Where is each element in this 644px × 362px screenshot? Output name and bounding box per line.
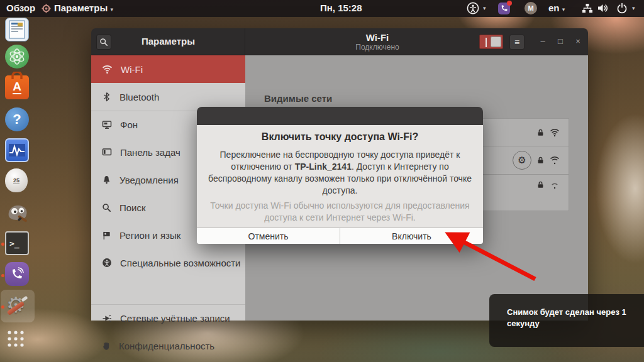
settings-app-icon: [42, 4, 51, 13]
lock-icon: [536, 128, 545, 137]
bell-icon: [102, 175, 111, 185]
lock-icon: [536, 180, 545, 189]
hamburger-menu-button[interactable]: ≡: [509, 35, 525, 50]
dialog-title: Включить точку доступа Wi-Fi?: [197, 131, 483, 143]
wifi-signal-icon: [550, 156, 560, 165]
header-left: Параметры: [91, 28, 245, 55]
network-icon[interactable]: [582, 3, 593, 14]
lock-icon: [536, 156, 545, 165]
dock-item-software-store[interactable]: A: [5, 75, 30, 101]
app-menu-button[interactable]: Параметры ▾: [54, 3, 113, 13]
sidebar-item-label: Bluetooth: [119, 92, 159, 102]
network-name-bold: TP-Link_2141: [295, 162, 352, 172]
show-applications-button[interactable]: [5, 328, 30, 353]
sidebar-item-label: Панель задач: [120, 147, 180, 158]
maximize-button[interactable]: □: [554, 36, 567, 47]
chevron-down-icon: ▾: [632, 5, 635, 11]
sidebar-item-wifi[interactable]: Wi-Fi: [91, 55, 245, 83]
toggle-knob[interactable]: [491, 36, 501, 47]
wifi-icon: [102, 65, 113, 74]
search-icon: [102, 203, 111, 212]
sidebar-item-label: Wi-Fi: [121, 64, 143, 75]
avatar[interactable]: M: [525, 2, 537, 14]
phone-icon: [9, 266, 25, 282]
desktop: Обзор Параметры ▾ Пн, 15:28 ▾ M en ▾: [0, 0, 644, 362]
gimp-icon: [5, 200, 30, 225]
notification-text: Снимок будет сделан через 1 секунду: [507, 307, 642, 329]
power-icon[interactable]: [616, 3, 628, 14]
sidebar-item-online-accounts[interactable]: Сетевые учётные записи: [91, 304, 245, 332]
viber-tray-icon[interactable]: [498, 3, 510, 14]
dialog-body: Включить точку доступа Wi-Fi? Переключен…: [197, 125, 483, 228]
sidebar-item-accessibility[interactable]: Специальные возможности: [91, 249, 245, 277]
wifi-signal-icon: [550, 128, 560, 137]
accessibility-icon[interactable]: [467, 2, 479, 14]
sidebar-item-label: Регион и язык: [119, 230, 180, 241]
activities-button[interactable]: Обзор: [6, 3, 35, 13]
keyboard-layout-indicator[interactable]: en ▾: [548, 3, 565, 13]
dock-item-help[interactable]: ?: [5, 107, 30, 133]
bluetooth-icon: [102, 92, 111, 102]
atom-icon: [8, 48, 26, 65]
volume-icon[interactable]: [597, 3, 609, 13]
dock-item-terminal[interactable]: >_: [5, 231, 30, 256]
visible-networks-heading: Видимые сети: [264, 93, 332, 104]
minimize-button[interactable]: –: [536, 36, 549, 47]
dialog-titlebar[interactable]: [197, 107, 483, 125]
cancel-button[interactable]: Отменить: [197, 228, 340, 244]
confirm-button[interactable]: Включить: [340, 228, 483, 244]
running-indicator: [1, 243, 4, 246]
wifi-signal-icon: [550, 180, 560, 189]
chevron-down-icon: ▾: [562, 6, 565, 13]
dock-item-settings[interactable]: ⚙: [5, 293, 30, 319]
screenshot-notification: Снимок будет сделан через 1 секунду: [489, 294, 644, 347]
dialog-message: Переключение на беспроводную точку досту…: [205, 149, 475, 197]
gear-icon: ⚙: [518, 155, 526, 166]
dock-item-system-monitor[interactable]: [5, 138, 30, 163]
terminal-prompt-icon: >_: [9, 239, 19, 248]
grid-icon: [5, 328, 26, 349]
document-icon: [9, 20, 25, 39]
dialog-secondary-message: Точки доступа Wi-Fi обычно используются …: [205, 200, 475, 224]
dock-item-gimp[interactable]: [5, 200, 30, 225]
dock-item-timer-25[interactable]: 25: [5, 168, 30, 194]
sidebar-item-label: Специальные возможности: [120, 258, 241, 268]
close-button[interactable]: ×: [572, 36, 584, 47]
hand-icon: [102, 341, 111, 351]
waveform-icon: [9, 144, 25, 156]
sidebar-item-label: Сетевые учётные записи: [120, 313, 230, 324]
dock-item-atom-app[interactable]: [5, 45, 30, 70]
dock-item-viber[interactable]: [5, 262, 30, 287]
sidebar-item-label: Фон: [120, 119, 138, 130]
dock-panel-icon: [102, 148, 112, 157]
chevron-down-icon: ▾: [483, 5, 486, 11]
page-title: Wi-Fi: [245, 32, 509, 43]
store-A-glyph: A: [13, 80, 21, 94]
clock[interactable]: Пн, 15:28: [320, 3, 362, 13]
flag-icon: [102, 231, 111, 240]
toggle-on-mark: [486, 38, 487, 47]
accessibility-icon: [102, 258, 112, 268]
sidebar-item-label: Уведомления: [119, 175, 179, 185]
page-subtitle: Подключено: [245, 43, 509, 52]
wifi-toggle[interactable]: [479, 35, 503, 49]
window-title: Параметры: [91, 36, 245, 47]
bag-handle-icon: [10, 72, 24, 79]
sidebar-item-label: Конфиденциальность: [119, 341, 214, 351]
online-accounts-icon: [102, 314, 112, 323]
background-icon: [102, 120, 112, 129]
dock-item-document-viewer[interactable]: [5, 18, 30, 43]
sidebar-item-label: Поиск: [119, 202, 146, 213]
timer-label: 25: [13, 177, 19, 184]
sidebar-item-privacy[interactable]: Конфиденциальность: [91, 332, 245, 359]
dialog-buttons: Отменить Включить: [197, 228, 483, 244]
network-settings-button[interactable]: ⚙: [513, 151, 531, 170]
question-mark-icon: ?: [13, 111, 21, 128]
notification-dot: [507, 1, 512, 6]
window-header: Параметры Wi-Fi Подключено ≡ – □ ×: [91, 28, 588, 55]
chevron-down-icon: ▾: [110, 6, 113, 13]
running-indicator: [1, 274, 4, 277]
hotspot-dialog: Включить точку доступа Wi-Fi? Переключен…: [197, 107, 483, 244]
top-bar: Обзор Параметры ▾ Пн, 15:28 ▾ M en ▾: [0, 0, 644, 17]
running-indicator: [1, 305, 4, 309]
